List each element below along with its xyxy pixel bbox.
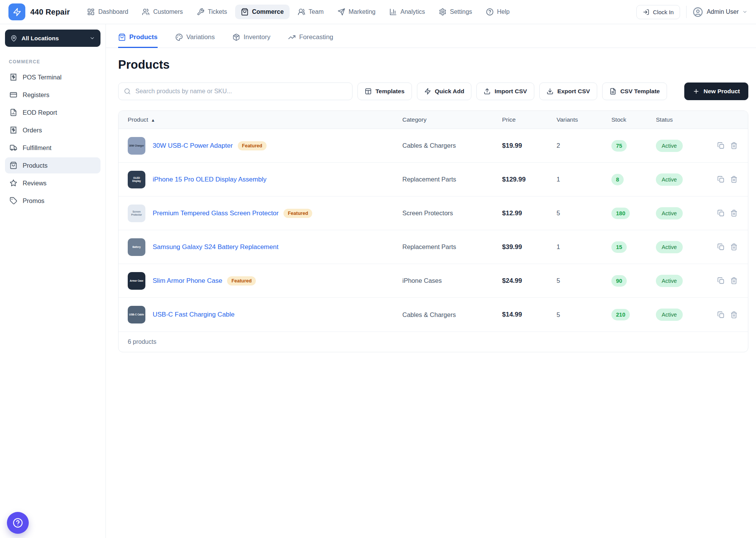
- sidebar-item[interactable]: Products: [5, 157, 100, 173]
- column-header-category[interactable]: Category: [402, 116, 502, 123]
- tab[interactable]: Variations: [175, 33, 215, 48]
- product-name-link[interactable]: Slim Armor Phone Case: [153, 277, 222, 285]
- column-header-stock[interactable]: Stock: [611, 116, 656, 123]
- top-nav-item[interactable]: Dashboard: [81, 5, 134, 19]
- tab[interactable]: Products: [118, 33, 158, 48]
- featured-badge: Featured: [238, 141, 267, 150]
- toolbar-button-label: Export CSV: [557, 88, 590, 95]
- product-name-link[interactable]: USB-C Fast Charging Cable: [153, 311, 235, 319]
- tab[interactable]: Inventory: [232, 33, 270, 48]
- divider: [686, 6, 687, 18]
- search-input[interactable]: [135, 87, 347, 95]
- zap-icon: [13, 8, 21, 17]
- toolbar-button[interactable]: Export CSV: [539, 83, 597, 100]
- delete-icon[interactable]: [730, 210, 738, 217]
- top-nav-item[interactable]: Help: [480, 5, 516, 19]
- toolbar-button[interactable]: Import CSV: [476, 83, 534, 100]
- delete-icon[interactable]: [730, 142, 738, 149]
- status-badge: Active: [656, 140, 683, 152]
- search-icon: [124, 88, 131, 95]
- tab-label: Inventory: [244, 33, 270, 41]
- plus-icon: [693, 88, 700, 95]
- variants-cell: 2: [557, 142, 611, 149]
- brand: 440 Repair: [8, 3, 70, 20]
- sidebar-item[interactable]: Reviews: [5, 175, 100, 191]
- product-thumbnail: 30W Charger: [128, 137, 145, 155]
- location-selector[interactable]: All Locations: [5, 30, 100, 47]
- category-cell: Screen Protectors: [402, 210, 502, 217]
- tab-label: Products: [129, 33, 158, 41]
- column-header-status[interactable]: Status: [656, 116, 717, 123]
- team-icon: [298, 8, 305, 16]
- duplicate-icon[interactable]: [717, 210, 725, 217]
- sidebar-item[interactable]: Promos: [5, 193, 100, 209]
- column-header-product[interactable]: Product▲: [119, 116, 402, 123]
- top-nav-item[interactable]: Team: [292, 5, 329, 19]
- duplicate-icon[interactable]: [717, 176, 725, 183]
- sidebar-item-label: Promos: [23, 197, 44, 205]
- top-nav-item[interactable]: Settings: [433, 5, 478, 19]
- sidebar-item[interactable]: Registers: [5, 87, 100, 103]
- variants-cell: 1: [557, 243, 611, 251]
- column-header-price[interactable]: Price: [502, 116, 557, 123]
- toolbar-button[interactable]: Quick Add: [417, 83, 472, 100]
- featured-badge: Featured: [283, 209, 312, 218]
- delete-icon[interactable]: [730, 176, 738, 183]
- search-box: [118, 83, 352, 100]
- duplicate-icon[interactable]: [717, 311, 725, 319]
- sidebar-item[interactable]: POS Terminal: [5, 69, 100, 85]
- toolbar-button[interactable]: CSV Template: [602, 83, 667, 100]
- top-nav-item[interactable]: Marketing: [332, 5, 381, 19]
- table-row: Armor Case Slim Armor Phone Case Feature…: [119, 264, 748, 298]
- stock-badge: 90: [611, 275, 627, 287]
- toolbar-button[interactable]: Templates: [357, 83, 412, 100]
- top-nav-item[interactable]: Customers: [136, 5, 188, 19]
- controls-row: Templates Quick Add Import CSV Export CS…: [118, 83, 748, 100]
- app-logo: [8, 3, 25, 20]
- duplicate-icon[interactable]: [717, 243, 725, 251]
- tab[interactable]: Forecasting: [288, 33, 333, 48]
- product-thumbnail: Armor Case: [128, 272, 145, 290]
- sidebar-item[interactable]: EOD Report: [5, 104, 100, 120]
- top-nav-item[interactable]: Analytics: [384, 5, 431, 19]
- delete-icon[interactable]: [730, 243, 738, 251]
- variants-cell: 1: [557, 176, 611, 183]
- product-cell: Armor Case Slim Armor Phone Case Feature…: [119, 272, 402, 290]
- product-name-link[interactable]: Premium Tempered Glass Screen Protector: [153, 210, 278, 217]
- category-cell: Replacement Parts: [402, 176, 502, 183]
- status-cell: Active: [656, 309, 717, 321]
- product-name-link[interactable]: iPhone 15 Pro OLED Display Assembly: [153, 176, 267, 183]
- duplicate-icon[interactable]: [717, 142, 725, 149]
- top-nav-item-label: Analytics: [400, 8, 425, 15]
- sidebar-item[interactable]: Orders: [5, 122, 100, 138]
- clock-in-button[interactable]: Clock In: [636, 5, 680, 19]
- new-product-button[interactable]: New Product: [684, 83, 748, 100]
- star-icon: [10, 179, 17, 187]
- sidebar-item[interactable]: Fulfillment: [5, 140, 100, 156]
- product-name-link[interactable]: Samsung Galaxy S24 Battery Replacement: [153, 243, 278, 251]
- wrench-icon: [197, 8, 204, 16]
- user-menu[interactable]: Admin User: [693, 7, 748, 17]
- product-name-link[interactable]: 30W USB-C Power Adapter: [153, 142, 233, 150]
- top-nav-item-label: Team: [309, 8, 324, 15]
- top-nav-item-label: Marketing: [349, 8, 376, 15]
- status-badge: Active: [656, 173, 683, 186]
- table-row: 30W Charger 30W USB-C Power Adapter Feat…: [119, 129, 748, 163]
- top-nav-item[interactable]: Tickets: [191, 5, 233, 19]
- location-label: All Locations: [21, 35, 59, 42]
- delete-icon[interactable]: [730, 277, 738, 284]
- table-row: OLED Display iPhone 15 Pro OLED Display …: [119, 163, 748, 196]
- tag-icon: [10, 197, 17, 205]
- bar-chart-icon: [389, 8, 397, 16]
- delete-icon[interactable]: [730, 311, 738, 319]
- duplicate-icon[interactable]: [717, 277, 725, 284]
- top-nav-item[interactable]: Commerce: [235, 5, 290, 19]
- variants-cell: 5: [557, 277, 611, 284]
- price-cell: $129.99: [502, 176, 557, 183]
- column-header-variants[interactable]: Variants: [557, 116, 611, 123]
- send-icon: [338, 8, 345, 16]
- stock-badge: 210: [611, 309, 630, 320]
- table-row: Screen Protector Premium Tempered Glass …: [119, 196, 748, 230]
- trending-up-icon: [288, 33, 296, 41]
- help-fab-button[interactable]: [7, 512, 29, 534]
